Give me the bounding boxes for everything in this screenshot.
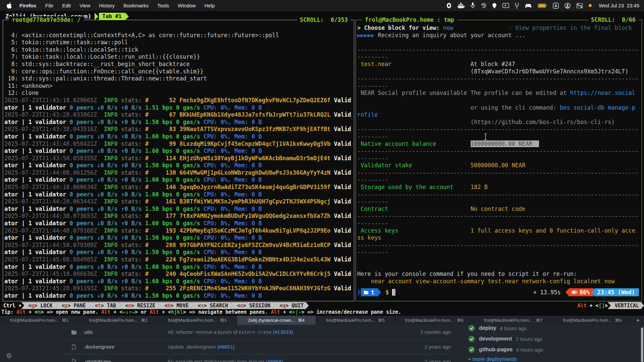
text-segment: CPU: 0%, Mem: 0 B (204, 104, 262, 111)
browser-scrollbar[interactable] (641, 327, 643, 362)
left-pane[interactable]: root@d778a97e59de: / SCROLL: 0/353 4: <a… (3, 20, 354, 301)
text-segment: ⌘6 (457, 318, 464, 323)
account-icon[interactable] (565, 3, 571, 9)
menu-file[interactable]: File (45, 3, 53, 8)
menu-bar-clock[interactable]: Wed Jul 23 23:45 (599, 3, 639, 8)
text-segment: < (125, 303, 128, 309)
tuning-fork-icon[interactable] (515, 3, 519, 9)
car-icon[interactable] (525, 3, 532, 8)
text-segment: [] (599, 303, 605, 309)
text-segment: < (198, 303, 201, 309)
zellij-tab-1[interactable]: Tab #1 (95, 13, 129, 20)
check-circle-icon (468, 325, 475, 332)
text-segment: ator | 1 validator (4, 249, 69, 255)
powerline-arrow-icon (95, 13, 98, 20)
text-segment: 2025-07-23T21:44:48.079168Z (4, 227, 97, 234)
battery-icon[interactable] (538, 3, 547, 8)
screen-mirroring-icon[interactable] (502, 3, 509, 8)
input-source-icon[interactable]: A (553, 3, 559, 9)
left-pane-content: 4: <actix::contextimpl::ContextFut<A,C> … (4, 24, 353, 300)
log-line-continuation: ator | 1 validator 0 peers ↓0 B/s ↑0 B/s… (4, 191, 353, 198)
text-segment: 1.60 bps 0 gas/s (145, 278, 204, 285)
new-tab-button[interactable]: + (632, 316, 644, 325)
menu-edit[interactable]: Edit (62, 3, 71, 8)
text-segment: now (443, 24, 453, 31)
right-pane[interactable]: frol@MacBookPro.home : tmp SCROLL: 0/66 … (356, 20, 642, 301)
menu-help[interactable]: Help (204, 3, 215, 8)
terminal-line: ----------------------------------------… (357, 46, 641, 54)
text-segment: > => increase/decrease pane size. (301, 309, 401, 315)
terminal-tab-6[interactable]: frol@MacBookPro.hom...⌘6 (395, 316, 474, 325)
deployment-env[interactable]: github-pages (479, 347, 513, 353)
text-segment: Valid (334, 169, 351, 176)
deployment-env[interactable]: development (479, 336, 512, 342)
pr-link[interactable]: (#8651) (217, 344, 235, 350)
text-segment: frol@MacBookPro.hom... (89, 318, 138, 323)
backtrace-line: 5: tokio::runtime::task::raw::poll (4, 39, 353, 46)
pr-link[interactable]: (#13533) (273, 329, 293, 335)
terminal-tab-3[interactable]: frol@MacBookPro.hom...⌘3 (158, 316, 237, 325)
text-segment: ----------------------------------------… (357, 213, 639, 219)
text-segment: Tip: (1, 309, 16, 315)
text-segment: 0 peers (69, 119, 97, 125)
gear-icon[interactable]: ⚙ (6, 352, 12, 360)
text-segment: ator | 1 validator (4, 176, 69, 183)
text-segment: < (95, 303, 98, 309)
text-segment (97, 184, 104, 190)
mouse-ibeam-cursor (483, 133, 488, 140)
apple-menu-icon[interactable] (7, 2, 12, 9)
microphone-icon[interactable] (471, 2, 475, 9)
terminal-tab-7[interactable]: frol@MacBookPro.hom...⌘7 (474, 316, 553, 325)
more-deployments-link[interactable]: + more deployments (468, 356, 629, 362)
pr-link[interactable]: (#8868) (266, 359, 283, 362)
file-name[interactable]: .dockerignore (84, 344, 168, 350)
menu-history[interactable]: History (99, 3, 115, 8)
check-circle-icon (468, 335, 475, 343)
text-segment: CPU: 0%, Mem: 0 B (204, 147, 262, 154)
text-segment: stats: (118, 242, 145, 248)
text-segment (357, 119, 471, 125)
active-app-name[interactable]: Firefox (19, 3, 36, 8)
text-segment: ----------------------------------------… (357, 46, 639, 53)
text-segment (330, 126, 334, 132)
text-segment: ----------------------------------------… (357, 242, 639, 248)
menu-tools[interactable]: Tools (157, 3, 169, 8)
text-segment: ator | 1 validator (4, 292, 69, 299)
text-segment: (https://github.com/bos-cli-rs/bos-cli-r… (471, 119, 615, 125)
text-segment: > LOCK (34, 303, 52, 309)
text-segment: 2025-07-23T21:45:28.091193Z (4, 285, 97, 292)
text-segment: 2025-07-23T21:45:08.084985Z (4, 256, 97, 263)
docker-icon[interactable] (458, 3, 465, 8)
text-segment: stats: (118, 198, 145, 205)
terminal-tab-8[interactable]: frol@MacBookPro.hom...⌘8 (553, 316, 632, 325)
terminal-tab-4[interactable]: Zellij (hysterical-crown...⌘4 (237, 316, 316, 325)
deployment-age: 7 hours ago (516, 336, 542, 342)
deployment-env[interactable]: deploy (479, 325, 496, 331)
text-segment: ⌘7 (536, 318, 542, 323)
log-line: 2025-07-23T21:45:28.091193Z INFO stats: … (4, 285, 353, 292)
shell-prompt[interactable]: t $ + 13.95s 86% 23:45 (Wed) (358, 288, 639, 296)
text-segment: < (61, 303, 64, 309)
terminal-tab-1[interactable]: frol@MacBookPro.hom...⌘1 (0, 316, 79, 325)
text-segment: n (128, 303, 131, 309)
terminal-tab-2[interactable]: frol@MacBookPro.hom...⌘2 (79, 316, 158, 325)
clock-chip: 23:45 (Wed) (591, 288, 639, 296)
file-name[interactable]: .gitattributes (84, 359, 168, 362)
file-name[interactable]: utils (84, 329, 168, 335)
text-segment: ⌘1 (62, 318, 68, 323)
pin-icon[interactable] (492, 3, 497, 9)
text-segment: INFO (104, 155, 118, 162)
spiral-icon[interactable] (481, 3, 486, 8)
menu-view[interactable]: View (79, 3, 90, 8)
text-segment: 1.60 bps 0 gas/s (145, 147, 204, 154)
zellij-status-bar: Ctrl + <g> LOCK<p> PANE<t> TAB<n> RESIZE… (0, 302, 644, 309)
text-segment: ↓0 B/s ↑0 B/s (97, 119, 145, 125)
text-segment (97, 270, 104, 277)
record-icon[interactable] (446, 3, 452, 8)
control-center-icon[interactable] (576, 3, 583, 8)
menu-window[interactable]: Window (178, 3, 196, 8)
deployment-age: 6 hours ago (516, 347, 543, 353)
terminal-tab-5[interactable]: frol@MacBookPro.hom...⌘5 (316, 316, 395, 325)
menu-bookmarks[interactable]: Bookmarks (123, 3, 149, 8)
text-segment: ⌘5 (378, 318, 384, 323)
